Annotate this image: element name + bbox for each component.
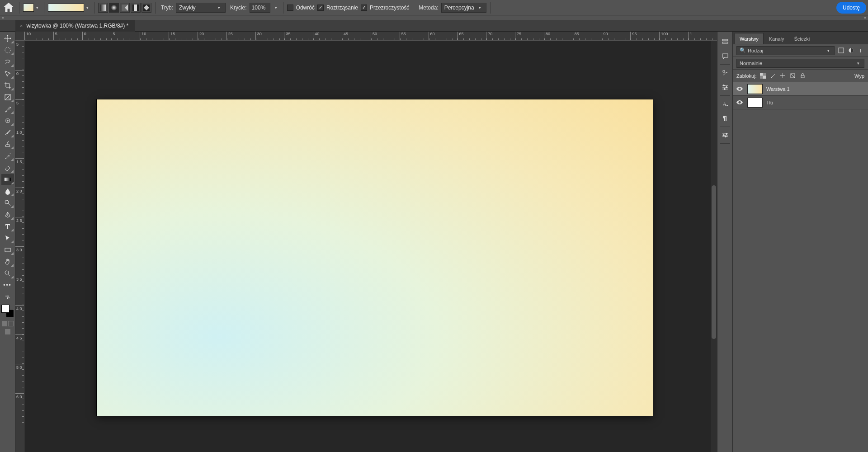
tab-channels[interactable]: Kanały	[764, 33, 789, 44]
quick-mask-toggle[interactable]	[2, 321, 14, 326]
adjustments-panel-icon[interactable]	[720, 83, 730, 92]
svg-point-20	[726, 133, 727, 135]
linear-gradient-button[interactable]	[98, 3, 108, 13]
lock-position-icon[interactable]	[779, 72, 787, 80]
gradient-icon	[23, 4, 34, 12]
dither-checkbox[interactable]: Roztrząsanie	[317, 5, 358, 11]
tab-layers[interactable]: Warstwy	[735, 33, 764, 44]
svg-rect-30	[801, 75, 804, 78]
swap-colors-button[interactable]	[1, 292, 14, 302]
character-panel-icon[interactable]: A	[720, 99, 730, 108]
tool-preset-picker[interactable]: ▾	[23, 4, 40, 12]
screen-mode-toggle[interactable]	[5, 329, 10, 334]
brushes-panel-icon[interactable]	[720, 68, 730, 77]
lock-transparent-icon[interactable]	[760, 72, 767, 80]
healing-brush-tool[interactable]	[1, 115, 14, 126]
canvas[interactable]	[97, 99, 653, 416]
method-select[interactable]: Percepcyjna ▾	[441, 3, 486, 13]
chevron-down-icon[interactable]: ▾	[273, 4, 279, 12]
scrollbar-thumb[interactable]	[712, 185, 716, 339]
layer-name: Tło	[766, 100, 773, 105]
home-icon	[2, 1, 15, 14]
radial-gradient-button[interactable]	[109, 3, 119, 13]
reverse-checkbox[interactable]: Odwróć	[287, 5, 315, 11]
clone-stamp-tool[interactable]	[1, 139, 14, 150]
gradient-tool[interactable]	[1, 174, 14, 185]
collapse-strip: « «	[0, 15, 868, 20]
quick-mask-mode-icon	[8, 321, 14, 326]
transparency-checkbox[interactable]: Przezroczystość	[361, 5, 409, 11]
history-brush-tool[interactable]	[1, 151, 14, 161]
lasso-tool[interactable]	[1, 56, 14, 67]
crop-tool[interactable]	[1, 80, 14, 91]
right-panels: Warstwy Kanały Ścieżki 🔍 Rodzaj ▾ T Norm…	[732, 32, 868, 452]
angle-gradient-button[interactable]	[120, 3, 130, 13]
comments-panel-icon[interactable]	[720, 52, 730, 61]
screen-mode-icon	[5, 329, 10, 334]
close-icon[interactable]: ×	[20, 23, 23, 28]
ruler-tick: 0	[15, 70, 24, 99]
checkbox-icon	[287, 5, 293, 11]
lock-artboard-icon[interactable]	[789, 72, 797, 80]
method-value: Percepcyjna	[444, 5, 474, 11]
collapse-left-icon[interactable]: «	[2, 15, 4, 20]
ruler-tick: 5	[111, 32, 140, 40]
opacity-input[interactable]: 100%	[250, 3, 270, 13]
hand-tool[interactable]	[1, 256, 14, 267]
dodge-tool[interactable]	[1, 198, 14, 208]
eyedropper-tool[interactable]	[1, 104, 14, 114]
collapse-right-icon[interactable]: «	[864, 15, 866, 20]
path-selection-tool[interactable]	[1, 233, 14, 244]
blend-mode-select[interactable]: Zwykły ▾	[176, 3, 226, 13]
lock-all-icon[interactable]	[799, 72, 807, 80]
standard-mode-icon	[2, 321, 7, 326]
filter-adjust-icon[interactable]	[847, 47, 854, 54]
layer-thumbnail[interactable]	[747, 98, 763, 108]
ruler-origin[interactable]	[15, 32, 24, 41]
ruler-tick: 95	[630, 32, 659, 40]
tab-paths[interactable]: Ścieżki	[789, 33, 814, 44]
move-tool[interactable]	[1, 33, 14, 44]
rectangle-tool[interactable]	[1, 245, 14, 255]
filter-type-icon[interactable]: T	[857, 47, 864, 54]
eraser-tool[interactable]	[1, 162, 14, 173]
paragraph-panel-icon[interactable]	[720, 114, 730, 123]
foreground-color-swatch[interactable]	[1, 305, 9, 313]
gradient-picker[interactable]: ▾	[48, 4, 90, 12]
pen-tool[interactable]	[1, 209, 14, 220]
reflected-gradient-button[interactable]	[131, 3, 141, 13]
marquee-tool[interactable]	[1, 45, 14, 56]
quick-selection-tool[interactable]	[1, 68, 14, 79]
layer-blend-select[interactable]: Normalnie ▾	[736, 59, 864, 68]
vertical-scrollbar[interactable]	[711, 41, 717, 452]
filter-pixel-icon[interactable]	[837, 47, 844, 54]
frame-tool[interactable]	[1, 92, 14, 103]
svg-point-17	[724, 89, 725, 90]
layer-item[interactable]: Warstwa 1	[733, 82, 868, 96]
layer-thumbnail[interactable]	[747, 84, 763, 94]
layer-item[interactable]: Tło	[733, 96, 868, 109]
document-tab[interactable]: × wizytowka @ 100% (Warstwa 1,RGB/8#) *	[15, 20, 135, 32]
home-button[interactable]	[2, 2, 15, 14]
zoom-tool[interactable]	[1, 268, 14, 279]
type-tool[interactable]	[1, 221, 14, 232]
color-swatches[interactable]	[1, 305, 14, 317]
layer-filter-select[interactable]: 🔍 Rodzaj ▾	[736, 46, 835, 55]
blur-tool[interactable]	[1, 186, 14, 197]
svg-point-16	[726, 87, 727, 88]
share-button[interactable]: Udostę	[836, 2, 866, 14]
svg-rect-27	[760, 73, 763, 76]
svg-point-1	[111, 5, 117, 11]
history-panel-icon[interactable]	[720, 37, 730, 46]
main-area: ••• 105051015202530354045505560657075808…	[0, 32, 868, 452]
visibility-icon[interactable]	[736, 86, 744, 92]
properties-panel-icon[interactable]	[720, 131, 730, 140]
horizontal-ruler[interactable]: 1050510152025303540455055606570758085909…	[24, 32, 717, 41]
edit-toolbar-button[interactable]: •••	[1, 280, 14, 291]
lock-image-icon[interactable]	[769, 72, 777, 80]
visibility-icon[interactable]	[736, 100, 744, 105]
brush-tool[interactable]	[1, 127, 14, 138]
vertical-ruler[interactable]: 5051 01 52 02 53 03 54 04 55 06 0	[15, 41, 24, 452]
diamond-gradient-button[interactable]	[142, 3, 151, 13]
ruler-tick: 15	[169, 32, 198, 40]
